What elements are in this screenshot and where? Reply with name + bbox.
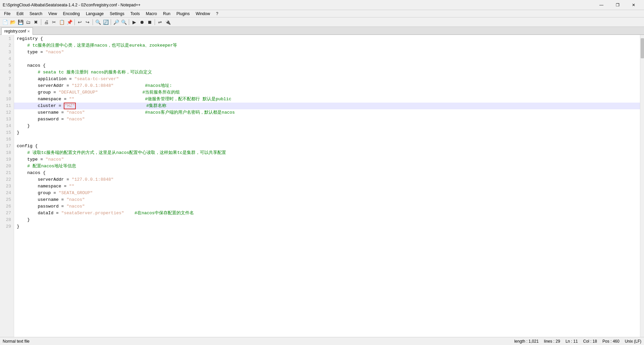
code-line-28: } bbox=[14, 217, 640, 223]
code-line-1: registry { bbox=[14, 36, 640, 42]
code-line-9: group = "DEFAULT_GROUP" #当前服务所在的组 bbox=[14, 89, 640, 96]
menu-item-edit[interactable]: Edit bbox=[14, 10, 26, 17]
save-button[interactable]: 💾 bbox=[17, 18, 24, 26]
menu-item-encoding[interactable]: Encoding bbox=[60, 10, 83, 17]
line-num-27: 27 bbox=[3, 210, 11, 217]
code-line-25: username = "nacos" bbox=[14, 196, 640, 203]
line-num-24: 24 bbox=[3, 190, 11, 196]
open-button[interactable]: 📂 bbox=[9, 18, 16, 26]
line-num-7: 7 bbox=[3, 76, 11, 82]
code-area[interactable]: registry { # tc服务的注册中心类，这里选择nacos，也可以是eu… bbox=[14, 35, 640, 337]
code-line-10: namespace = "" #做服务管理时，配不配都行 默认是public bbox=[14, 96, 640, 103]
stop-macro-button[interactable]: ⏹ bbox=[146, 18, 153, 26]
line11-prefix: cluster = bbox=[17, 103, 64, 108]
undo-button[interactable]: ↩ bbox=[76, 18, 84, 26]
code-line-21: nacos { bbox=[14, 170, 640, 176]
code-line-26: password = "nacos" bbox=[14, 203, 640, 210]
line-num-15: 15 bbox=[3, 129, 11, 136]
separator-2 bbox=[74, 19, 75, 25]
file-tab[interactable]: registry.conf ✕ bbox=[1, 27, 33, 35]
code-line-22: serverAddr = "127.0.0.1:8848" bbox=[14, 176, 640, 183]
menu-item-language[interactable]: Language bbox=[83, 10, 106, 17]
replace-button[interactable]: 🔄 bbox=[102, 18, 109, 26]
separator-4 bbox=[111, 19, 111, 25]
line-num-3: 3 bbox=[3, 49, 11, 56]
menu-item-search[interactable]: Search bbox=[27, 10, 45, 17]
scrollbar-thumb[interactable] bbox=[641, 38, 644, 58]
code-line-4 bbox=[14, 56, 640, 62]
separator-5 bbox=[129, 19, 129, 25]
line-num-11: 11 bbox=[3, 103, 11, 109]
code-line-19: type = "nacos" bbox=[14, 156, 640, 163]
line-num-20: 20 bbox=[3, 163, 11, 170]
line-num-12: 12 bbox=[3, 109, 11, 116]
print-button[interactable]: 🖨 bbox=[43, 18, 50, 26]
menu-item-settings[interactable]: Settings bbox=[107, 10, 127, 17]
menu-item-?[interactable]: ? bbox=[213, 10, 221, 17]
close-doc-button[interactable]: ✖ bbox=[32, 18, 40, 26]
line-num-6: 6 bbox=[3, 69, 11, 76]
code-line-13: password = "nacos" bbox=[14, 116, 640, 123]
line-num-17: 17 bbox=[3, 143, 11, 150]
line-num-19: 19 bbox=[3, 156, 11, 163]
menu-item-macro[interactable]: Macro bbox=[143, 10, 160, 17]
length-info: length : 1,021 bbox=[514, 339, 539, 344]
code-line-20: # 配置nacos地址等信息 bbox=[14, 163, 640, 170]
separator-1 bbox=[41, 19, 41, 25]
code-line-27: dataId = "seataServer.properties" #在naco… bbox=[14, 210, 640, 217]
status-left: Normal text file bbox=[3, 339, 30, 344]
menu-item-window[interactable]: Window bbox=[193, 10, 213, 17]
menu-item-file[interactable]: File bbox=[1, 10, 13, 17]
zoom-in-button[interactable]: 🔎 bbox=[112, 18, 120, 26]
line11-comment: #集群名称 bbox=[76, 103, 166, 108]
sync-button[interactable]: ⇌ bbox=[156, 18, 164, 26]
save-all-button[interactable]: 🗂 bbox=[24, 18, 32, 26]
code-line-18: # 读取tc服务端的配置文件的方式，这里是从nacos配置中心读取，这样如果tc… bbox=[14, 150, 640, 156]
window-title: E:\SpringCloud-Alibaba\Seata\seata-1.4.2… bbox=[3, 3, 141, 7]
code-line-6: # seata tc 服务注册到 nacos的服务名称，可以自定义 bbox=[14, 69, 640, 76]
line-num-5: 5 bbox=[3, 62, 11, 69]
line-num-4: 4 bbox=[3, 56, 11, 62]
menu-item-run[interactable]: Run bbox=[160, 10, 173, 17]
line-num-26: 26 bbox=[3, 203, 11, 210]
plugin-button[interactable]: 🔌 bbox=[164, 18, 171, 26]
line-num-8: 8 bbox=[3, 82, 11, 89]
scrollbar[interactable] bbox=[640, 35, 644, 337]
line-numbers: 1234567891011121314151617181920212223242… bbox=[0, 35, 14, 337]
line-num-14: 14 bbox=[3, 123, 11, 129]
close-button[interactable]: ✕ bbox=[626, 2, 641, 8]
status-bar: Normal text file length : 1,021 lines : … bbox=[0, 337, 644, 345]
menu-item-tools[interactable]: Tools bbox=[128, 10, 143, 17]
tab-bar: registry.conf ✕ bbox=[0, 27, 644, 35]
menu-item-plugins[interactable]: Plugins bbox=[174, 10, 192, 17]
line-num-16: 16 bbox=[3, 136, 11, 143]
copy-button[interactable]: 📋 bbox=[58, 18, 65, 26]
run-macro-button[interactable]: ▶ bbox=[130, 18, 138, 26]
pos-info: Pos : 460 bbox=[602, 339, 620, 344]
code-line-8: serverAddr = "127.0.0.1:8848" #nacos地址: bbox=[14, 82, 640, 89]
editor-container: 1234567891011121314151617181920212223242… bbox=[0, 35, 644, 337]
col-info: Col : 18 bbox=[583, 339, 597, 344]
code-line-12: username = "nacos" #nacos客户端的用户名密码，默认都是n… bbox=[14, 109, 640, 116]
zoom-out-button[interactable]: 🔍 bbox=[120, 18, 127, 26]
line-num-9: 9 bbox=[3, 89, 11, 96]
menu-bar: FileEditSearchViewEncodingLanguageSettin… bbox=[0, 10, 644, 17]
code-line-24: group = "SEATA_GROUP" bbox=[14, 190, 640, 196]
redo-button[interactable]: ↪ bbox=[84, 18, 91, 26]
separator-3 bbox=[93, 19, 93, 25]
paste-button[interactable]: 📌 bbox=[66, 18, 73, 26]
line-num-13: 13 bbox=[3, 116, 11, 123]
tab-close-button[interactable]: ✕ bbox=[27, 30, 30, 33]
status-right: length : 1,021 lines : 29 Ln : 11 Col : … bbox=[514, 339, 641, 344]
record-macro-button[interactable]: ⏺ bbox=[138, 18, 146, 26]
line11-selection: "HZ" bbox=[64, 103, 75, 109]
new-button[interactable]: 📄 bbox=[1, 18, 9, 26]
cut-button[interactable]: ✂ bbox=[50, 18, 58, 26]
toolbar: 📄 📂 💾 🗂 ✖ 🖨 ✂ 📋 📌 ↩ ↪ 🔍 🔄 🔎 🔍 ▶ ⏺ ⏹ ⇌ 🔌 bbox=[0, 17, 644, 27]
menu-item-view[interactable]: View bbox=[46, 10, 60, 17]
minimize-button[interactable]: — bbox=[594, 2, 609, 8]
code-line-29: } bbox=[14, 223, 640, 230]
line-num-28: 28 bbox=[3, 217, 11, 223]
find-button[interactable]: 🔍 bbox=[94, 18, 102, 26]
maximize-button[interactable]: ❐ bbox=[610, 2, 625, 8]
